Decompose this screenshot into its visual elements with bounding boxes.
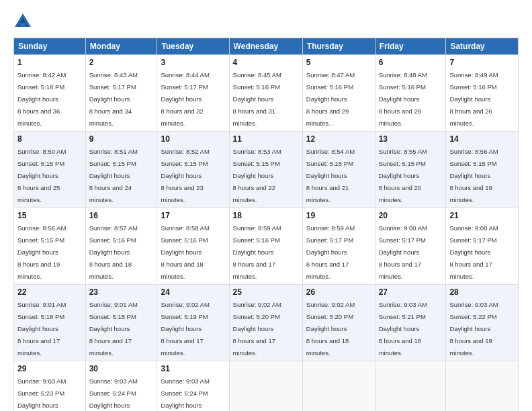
table-row: 12 Sunrise: 8:54 AMSunset: 5:15 PMDaylig…: [302, 132, 375, 208]
day-number: 5: [306, 58, 371, 67]
day-number: 13: [379, 134, 443, 144]
day-info: Sunrise: 9:00 AMSunset: 5:17 PMDaylight …: [449, 224, 498, 280]
table-row: 5 Sunrise: 8:47 AMSunset: 5:16 PMDayligh…: [302, 55, 375, 132]
day-info: Sunrise: 9:00 AMSunset: 5:17 PMDaylight …: [379, 224, 427, 280]
day-info: Sunrise: 8:53 AMSunset: 5:15 PMDaylight …: [233, 148, 281, 203]
table-row: 11 Sunrise: 8:53 AMSunset: 5:15 PMDaylig…: [229, 132, 302, 208]
day-info: Sunrise: 8:59 AMSunset: 5:16 PMDaylight …: [233, 224, 281, 280]
day-number: 14: [449, 134, 515, 144]
day-number: 9: [89, 134, 154, 144]
day-info: Sunrise: 8:43 AMSunset: 5:17 PMDaylight …: [89, 71, 138, 127]
day-number: 6: [379, 58, 443, 67]
day-info: Sunrise: 9:02 AMSunset: 5:20 PMDaylight …: [306, 301, 355, 357]
table-row: 13 Sunrise: 8:55 AMSunset: 5:15 PMDaylig…: [375, 132, 446, 208]
table-row: 17 Sunrise: 8:58 AMSunset: 5:16 PMDaylig…: [157, 208, 229, 285]
day-info: Sunrise: 8:51 AMSunset: 5:15 PMDaylight …: [89, 148, 138, 203]
table-row: 30 Sunrise: 9:03 AMSunset: 5:24 PMDaylig…: [85, 361, 157, 412]
col-thursday: Thursday: [302, 38, 375, 55]
table-row: 6 Sunrise: 8:48 AMSunset: 5:16 PMDayligh…: [375, 55, 446, 132]
col-friday: Friday: [375, 38, 446, 55]
day-number: 8: [17, 134, 82, 144]
table-row: 19 Sunrise: 8:59 AMSunset: 5:17 PMDaylig…: [302, 208, 375, 285]
day-number: 12: [306, 134, 371, 144]
day-info: Sunrise: 8:59 AMSunset: 5:17 PMDaylight …: [306, 224, 355, 280]
table-row: [446, 361, 519, 412]
day-number: 16: [89, 211, 154, 220]
day-number: 24: [161, 287, 225, 297]
table-row: 14 Sunrise: 8:56 AMSunset: 5:15 PMDaylig…: [446, 132, 519, 208]
day-number: 10: [161, 134, 225, 144]
col-saturday: Saturday: [446, 38, 519, 55]
day-number: 2: [89, 58, 154, 67]
day-number: 29: [17, 364, 82, 373]
day-info: Sunrise: 8:58 AMSunset: 5:16 PMDaylight …: [161, 224, 209, 280]
day-info: Sunrise: 9:03 AMSunset: 5:22 PMDaylight …: [449, 301, 498, 357]
table-row: 4 Sunrise: 8:45 AMSunset: 5:16 PMDayligh…: [229, 55, 302, 132]
day-info: Sunrise: 8:42 AMSunset: 5:18 PMDaylight …: [17, 71, 66, 127]
table-row: [229, 361, 302, 412]
day-info: Sunrise: 8:57 AMSunset: 5:16 PMDaylight …: [89, 224, 138, 280]
table-row: 26 Sunrise: 9:02 AMSunset: 5:20 PMDaylig…: [302, 285, 375, 361]
svg-rect-2: [20, 23, 26, 27]
day-number: 4: [233, 58, 299, 67]
day-info: Sunrise: 8:44 AMSunset: 5:17 PMDaylight …: [161, 71, 209, 127]
day-number: 11: [233, 134, 299, 144]
calendar: Sunday Monday Tuesday Wednesday Thursday…: [13, 38, 519, 411]
table-row: [302, 361, 375, 412]
day-number: 22: [17, 287, 82, 297]
day-number: 20: [379, 211, 443, 220]
day-info: Sunrise: 9:03 AMSunset: 5:21 PMDaylight …: [379, 301, 427, 357]
day-number: 15: [17, 211, 82, 220]
day-info: Sunrise: 8:54 AMSunset: 5:15 PMDaylight …: [306, 148, 355, 203]
day-number: 30: [89, 364, 154, 373]
day-info: Sunrise: 9:03 AMSunset: 5:24 PMDaylight …: [89, 377, 138, 411]
table-row: 8 Sunrise: 8:50 AMSunset: 5:15 PMDayligh…: [14, 132, 86, 208]
day-number: 21: [449, 211, 515, 220]
header: [13, 12, 519, 31]
day-info: Sunrise: 9:03 AMSunset: 5:23 PMDaylight …: [17, 377, 66, 411]
logo-icon: [13, 12, 32, 31]
table-row: 2 Sunrise: 8:43 AMSunset: 5:17 PMDayligh…: [85, 55, 157, 132]
day-number: 25: [233, 287, 299, 297]
day-info: Sunrise: 9:02 AMSunset: 5:20 PMDaylight …: [233, 301, 281, 357]
day-info: Sunrise: 8:56 AMSunset: 5:15 PMDaylight …: [449, 148, 498, 203]
table-row: 9 Sunrise: 8:51 AMSunset: 5:15 PMDayligh…: [85, 132, 157, 208]
day-info: Sunrise: 9:01 AMSunset: 5:18 PMDaylight …: [89, 301, 138, 357]
table-row: 20 Sunrise: 9:00 AMSunset: 5:17 PMDaylig…: [375, 208, 446, 285]
day-info: Sunrise: 8:56 AMSunset: 5:15 PMDaylight …: [17, 224, 66, 280]
table-row: 1 Sunrise: 8:42 AMSunset: 5:18 PMDayligh…: [14, 55, 86, 132]
table-row: 7 Sunrise: 8:49 AMSunset: 5:16 PMDayligh…: [446, 55, 519, 132]
day-info: Sunrise: 8:50 AMSunset: 5:15 PMDaylight …: [17, 148, 66, 203]
day-number: 3: [161, 58, 225, 67]
table-row: 16 Sunrise: 8:57 AMSunset: 5:16 PMDaylig…: [85, 208, 157, 285]
col-monday: Monday: [85, 38, 157, 55]
day-number: 26: [306, 287, 371, 297]
day-number: 17: [161, 211, 225, 220]
day-info: Sunrise: 9:02 AMSunset: 5:19 PMDaylight …: [161, 301, 209, 357]
table-row: [375, 361, 446, 412]
page: Sunday Monday Tuesday Wednesday Thursday…: [0, 0, 532, 411]
day-number: 1: [17, 58, 82, 67]
day-number: 7: [449, 58, 515, 67]
table-row: 31 Sunrise: 9:03 AMSunset: 5:24 PMDaylig…: [157, 361, 229, 412]
table-row: 21 Sunrise: 9:00 AMSunset: 5:17 PMDaylig…: [446, 208, 519, 285]
day-info: Sunrise: 8:48 AMSunset: 5:16 PMDaylight …: [379, 71, 427, 127]
day-number: 18: [233, 211, 299, 220]
table-row: 23 Sunrise: 9:01 AMSunset: 5:18 PMDaylig…: [85, 285, 157, 361]
col-wednesday: Wednesday: [229, 38, 302, 55]
day-info: Sunrise: 9:03 AMSunset: 5:24 PMDaylight …: [161, 377, 209, 411]
table-row: 25 Sunrise: 9:02 AMSunset: 5:20 PMDaylig…: [229, 285, 302, 361]
col-sunday: Sunday: [14, 38, 86, 55]
header-row: Sunday Monday Tuesday Wednesday Thursday…: [14, 38, 519, 55]
logo: [13, 12, 35, 31]
table-row: 3 Sunrise: 8:44 AMSunset: 5:17 PMDayligh…: [157, 55, 229, 132]
day-number: 19: [306, 211, 371, 220]
table-row: 27 Sunrise: 9:03 AMSunset: 5:21 PMDaylig…: [375, 285, 446, 361]
day-info: Sunrise: 8:47 AMSunset: 5:16 PMDaylight …: [306, 71, 355, 127]
table-row: 22 Sunrise: 9:01 AMSunset: 5:18 PMDaylig…: [14, 285, 86, 361]
table-row: 24 Sunrise: 9:02 AMSunset: 5:19 PMDaylig…: [157, 285, 229, 361]
table-row: 18 Sunrise: 8:59 AMSunset: 5:16 PMDaylig…: [229, 208, 302, 285]
table-row: 15 Sunrise: 8:56 AMSunset: 5:15 PMDaylig…: [14, 208, 86, 285]
col-tuesday: Tuesday: [157, 38, 229, 55]
day-info: Sunrise: 8:49 AMSunset: 5:16 PMDaylight …: [449, 71, 498, 127]
